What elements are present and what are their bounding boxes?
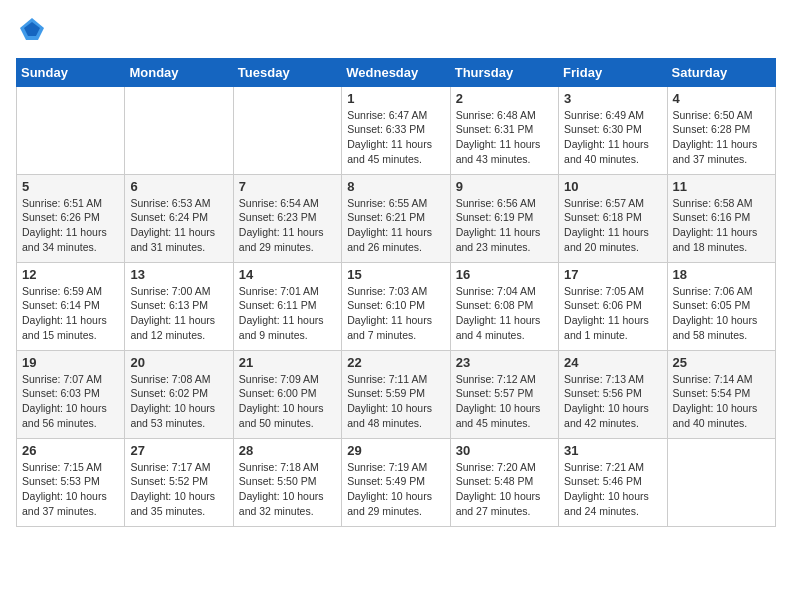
calendar-day-cell: 9Sunrise: 6:56 AM Sunset: 6:19 PM Daylig… [450,174,558,262]
day-detail: Sunrise: 7:06 AM Sunset: 6:05 PM Dayligh… [673,284,770,343]
calendar-day-cell: 13Sunrise: 7:00 AM Sunset: 6:13 PM Dayli… [125,262,233,350]
calendar-day-cell: 22Sunrise: 7:11 AM Sunset: 5:59 PM Dayli… [342,350,450,438]
calendar-day-cell: 12Sunrise: 6:59 AM Sunset: 6:14 PM Dayli… [17,262,125,350]
day-detail: Sunrise: 6:49 AM Sunset: 6:30 PM Dayligh… [564,108,661,167]
day-detail: Sunrise: 7:13 AM Sunset: 5:56 PM Dayligh… [564,372,661,431]
calendar-day-cell: 4Sunrise: 6:50 AM Sunset: 6:28 PM Daylig… [667,86,775,174]
day-number: 25 [673,355,770,370]
day-number: 15 [347,267,444,282]
day-number: 21 [239,355,336,370]
day-number: 3 [564,91,661,106]
calendar-day-cell: 31Sunrise: 7:21 AM Sunset: 5:46 PM Dayli… [559,438,667,526]
calendar-week-row: 26Sunrise: 7:15 AM Sunset: 5:53 PM Dayli… [17,438,776,526]
day-detail: Sunrise: 6:50 AM Sunset: 6:28 PM Dayligh… [673,108,770,167]
calendar-day-cell: 16Sunrise: 7:04 AM Sunset: 6:08 PM Dayli… [450,262,558,350]
calendar-day-cell: 28Sunrise: 7:18 AM Sunset: 5:50 PM Dayli… [233,438,341,526]
calendar-day-cell: 21Sunrise: 7:09 AM Sunset: 6:00 PM Dayli… [233,350,341,438]
day-number: 22 [347,355,444,370]
calendar-day-cell: 1Sunrise: 6:47 AM Sunset: 6:33 PM Daylig… [342,86,450,174]
day-detail: Sunrise: 7:14 AM Sunset: 5:54 PM Dayligh… [673,372,770,431]
calendar-day-cell: 8Sunrise: 6:55 AM Sunset: 6:21 PM Daylig… [342,174,450,262]
day-detail: Sunrise: 7:04 AM Sunset: 6:08 PM Dayligh… [456,284,553,343]
day-number: 1 [347,91,444,106]
day-detail: Sunrise: 7:18 AM Sunset: 5:50 PM Dayligh… [239,460,336,519]
calendar-day-cell: 25Sunrise: 7:14 AM Sunset: 5:54 PM Dayli… [667,350,775,438]
day-number: 31 [564,443,661,458]
day-number: 29 [347,443,444,458]
day-number: 16 [456,267,553,282]
calendar-day-cell [125,86,233,174]
calendar-day-cell: 5Sunrise: 6:51 AM Sunset: 6:26 PM Daylig… [17,174,125,262]
calendar-table: SundayMondayTuesdayWednesdayThursdayFrid… [16,58,776,527]
day-detail: Sunrise: 6:55 AM Sunset: 6:21 PM Dayligh… [347,196,444,255]
calendar-body: 1Sunrise: 6:47 AM Sunset: 6:33 PM Daylig… [17,86,776,526]
day-number: 6 [130,179,227,194]
calendar-day-cell: 18Sunrise: 7:06 AM Sunset: 6:05 PM Dayli… [667,262,775,350]
day-number: 26 [22,443,119,458]
day-number: 17 [564,267,661,282]
day-detail: Sunrise: 6:59 AM Sunset: 6:14 PM Dayligh… [22,284,119,343]
calendar-day-cell: 10Sunrise: 6:57 AM Sunset: 6:18 PM Dayli… [559,174,667,262]
calendar-day-cell: 17Sunrise: 7:05 AM Sunset: 6:06 PM Dayli… [559,262,667,350]
day-detail: Sunrise: 7:03 AM Sunset: 6:10 PM Dayligh… [347,284,444,343]
day-detail: Sunrise: 7:00 AM Sunset: 6:13 PM Dayligh… [130,284,227,343]
weekday-header-cell: Thursday [450,58,558,86]
day-detail: Sunrise: 7:11 AM Sunset: 5:59 PM Dayligh… [347,372,444,431]
calendar-day-cell: 20Sunrise: 7:08 AM Sunset: 6:02 PM Dayli… [125,350,233,438]
logo [16,16,46,48]
day-detail: Sunrise: 6:48 AM Sunset: 6:31 PM Dayligh… [456,108,553,167]
calendar-week-row: 5Sunrise: 6:51 AM Sunset: 6:26 PM Daylig… [17,174,776,262]
day-detail: Sunrise: 6:53 AM Sunset: 6:24 PM Dayligh… [130,196,227,255]
day-detail: Sunrise: 6:58 AM Sunset: 6:16 PM Dayligh… [673,196,770,255]
weekday-header-cell: Sunday [17,58,125,86]
calendar-day-cell: 30Sunrise: 7:20 AM Sunset: 5:48 PM Dayli… [450,438,558,526]
calendar-day-cell: 6Sunrise: 6:53 AM Sunset: 6:24 PM Daylig… [125,174,233,262]
day-detail: Sunrise: 7:20 AM Sunset: 5:48 PM Dayligh… [456,460,553,519]
day-number: 20 [130,355,227,370]
day-detail: Sunrise: 7:05 AM Sunset: 6:06 PM Dayligh… [564,284,661,343]
day-number: 27 [130,443,227,458]
calendar-week-row: 19Sunrise: 7:07 AM Sunset: 6:03 PM Dayli… [17,350,776,438]
calendar-day-cell: 14Sunrise: 7:01 AM Sunset: 6:11 PM Dayli… [233,262,341,350]
day-number: 23 [456,355,553,370]
calendar-day-cell: 15Sunrise: 7:03 AM Sunset: 6:10 PM Dayli… [342,262,450,350]
weekday-header-cell: Wednesday [342,58,450,86]
calendar-day-cell: 29Sunrise: 7:19 AM Sunset: 5:49 PM Dayli… [342,438,450,526]
day-number: 19 [22,355,119,370]
day-detail: Sunrise: 6:51 AM Sunset: 6:26 PM Dayligh… [22,196,119,255]
calendar-day-cell: 24Sunrise: 7:13 AM Sunset: 5:56 PM Dayli… [559,350,667,438]
calendar-day-cell: 2Sunrise: 6:48 AM Sunset: 6:31 PM Daylig… [450,86,558,174]
logo-icon [18,14,46,42]
weekday-header-cell: Saturday [667,58,775,86]
calendar-week-row: 1Sunrise: 6:47 AM Sunset: 6:33 PM Daylig… [17,86,776,174]
calendar-day-cell: 7Sunrise: 6:54 AM Sunset: 6:23 PM Daylig… [233,174,341,262]
weekday-header-cell: Tuesday [233,58,341,86]
weekday-header-cell: Monday [125,58,233,86]
page-header [16,16,776,48]
calendar-day-cell [667,438,775,526]
day-number: 11 [673,179,770,194]
day-number: 8 [347,179,444,194]
weekday-header-row: SundayMondayTuesdayWednesdayThursdayFrid… [17,58,776,86]
day-number: 7 [239,179,336,194]
day-detail: Sunrise: 7:07 AM Sunset: 6:03 PM Dayligh… [22,372,119,431]
calendar-day-cell [17,86,125,174]
calendar-day-cell: 26Sunrise: 7:15 AM Sunset: 5:53 PM Dayli… [17,438,125,526]
calendar-week-row: 12Sunrise: 6:59 AM Sunset: 6:14 PM Dayli… [17,262,776,350]
calendar-day-cell [233,86,341,174]
weekday-header-cell: Friday [559,58,667,86]
day-number: 4 [673,91,770,106]
day-number: 24 [564,355,661,370]
day-detail: Sunrise: 7:17 AM Sunset: 5:52 PM Dayligh… [130,460,227,519]
day-number: 30 [456,443,553,458]
day-number: 2 [456,91,553,106]
day-detail: Sunrise: 7:01 AM Sunset: 6:11 PM Dayligh… [239,284,336,343]
calendar-day-cell: 11Sunrise: 6:58 AM Sunset: 6:16 PM Dayli… [667,174,775,262]
day-number: 18 [673,267,770,282]
day-detail: Sunrise: 6:57 AM Sunset: 6:18 PM Dayligh… [564,196,661,255]
calendar-day-cell: 19Sunrise: 7:07 AM Sunset: 6:03 PM Dayli… [17,350,125,438]
calendar-day-cell: 23Sunrise: 7:12 AM Sunset: 5:57 PM Dayli… [450,350,558,438]
day-detail: Sunrise: 6:54 AM Sunset: 6:23 PM Dayligh… [239,196,336,255]
day-detail: Sunrise: 7:19 AM Sunset: 5:49 PM Dayligh… [347,460,444,519]
day-number: 14 [239,267,336,282]
